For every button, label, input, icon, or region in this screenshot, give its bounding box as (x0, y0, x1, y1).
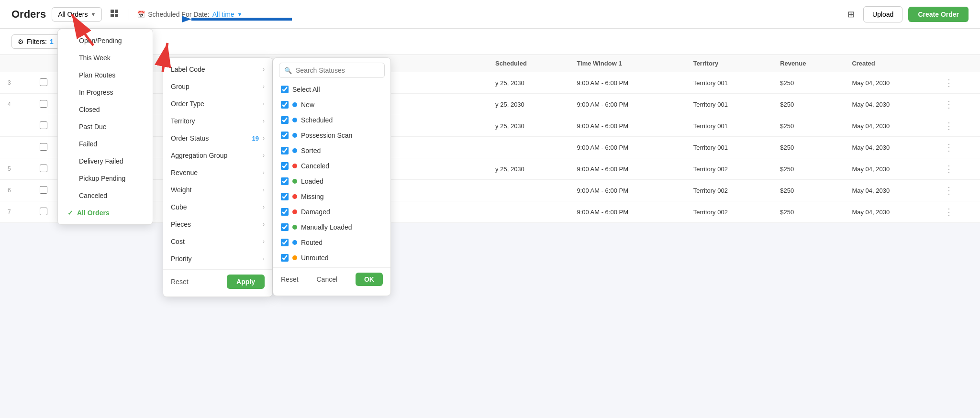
filter-item-territory[interactable]: Territory › (163, 112, 272, 130)
submenu-arrow-icon: › (263, 83, 265, 90)
scheduled-filter[interactable]: 📅 Scheduled For Date: All time ▼ (137, 11, 242, 18)
select-all-checkbox[interactable] (281, 86, 289, 93)
status-search-input[interactable] (296, 66, 379, 74)
filter-item-label-code[interactable]: Label Code › (163, 61, 272, 78)
select-all-item[interactable]: Select All (273, 82, 390, 97)
row-time-window: 9:00 AM - 6:00 PM (569, 201, 685, 223)
row-checkbox[interactable] (40, 208, 47, 215)
more-button[interactable]: ⋮ (944, 142, 954, 153)
dropdown-item-delivery-failed[interactable]: Delivery Failed (58, 153, 153, 170)
dropdown-item-past-due[interactable]: Past Due (58, 118, 153, 135)
row-more[interactable]: ⋮ (936, 180, 980, 201)
all-orders-button[interactable]: All Orders ▼ (52, 7, 102, 22)
status-color-dot (292, 194, 297, 199)
row-num (0, 137, 32, 158)
divider (129, 9, 129, 20)
filter-item-pieces[interactable]: Pieces › (163, 216, 272, 223)
more-button[interactable]: ⋮ (944, 185, 954, 196)
layout-icon[interactable]: ⊞ (845, 6, 858, 22)
status-label: New (301, 101, 314, 109)
status-color-dot (292, 179, 297, 184)
filter-label: Pieces (171, 220, 191, 223)
chevron-down-icon: ▼ (90, 11, 96, 17)
dropdown-item-failed[interactable]: Failed (58, 135, 153, 153)
filter-item-weight[interactable]: Weight › (163, 181, 272, 198)
more-button[interactable]: ⋮ (944, 163, 954, 175)
status-checkbox-canceled[interactable] (281, 162, 289, 170)
dropdown-item-in-progress[interactable]: In Progress (58, 84, 153, 101)
filter-item-group[interactable]: Group › (163, 78, 272, 95)
status-checkbox-sorted[interactable] (281, 147, 289, 154)
dropdown-item-pickup-pending[interactable]: Pickup Pending (58, 170, 153, 187)
row-checkbox[interactable] (40, 186, 47, 194)
status-item-possession-scan[interactable]: Possession Scan (273, 128, 390, 143)
dropdown-item-closed[interactable]: Closed (58, 101, 153, 118)
row-num: 4 (0, 94, 32, 115)
row-more[interactable]: ⋮ (936, 201, 980, 223)
row-num: 7 (0, 201, 32, 223)
row-checkbox[interactable] (40, 121, 47, 129)
row-checkbox[interactable] (40, 143, 47, 151)
row-more[interactable]: ⋮ (936, 72, 980, 94)
submenu-arrow-icon: › (263, 135, 265, 142)
row-scheduled: y 25, 2030 (488, 94, 569, 115)
row-num: 3 (0, 72, 32, 94)
row-more[interactable]: ⋮ (936, 94, 980, 115)
row-territory: Territory 002 (686, 201, 773, 223)
more-button[interactable]: ⋮ (944, 99, 954, 110)
status-color-dot (292, 102, 297, 107)
dropdown-item-open-pending[interactable]: Open/Pending (58, 32, 153, 49)
filter-item-revenue[interactable]: Revenue › (163, 164, 272, 181)
row-scheduled: y 25, 2030 (488, 158, 569, 180)
status-item-new[interactable]: New (273, 97, 390, 112)
row-more[interactable]: ⋮ (936, 137, 980, 158)
upload-button[interactable]: Upload (863, 6, 902, 22)
filter-label: Order Type (171, 100, 204, 108)
status-item-sorted[interactable]: Sorted (273, 143, 390, 158)
status-item-damaged[interactable]: Damaged (273, 204, 390, 220)
row-checkbox[interactable] (40, 165, 47, 172)
row-created: May 04, 2030 (844, 72, 936, 94)
status-checkbox-loaded[interactable] (281, 177, 289, 185)
dropdown-item-all-orders[interactable]: ✓All Orders (58, 204, 153, 221)
col-revenue: Revenue (772, 55, 844, 72)
status-item-missing[interactable]: Missing (273, 189, 390, 204)
row-revenue: $250 (772, 180, 844, 201)
top-bar-left: Orders All Orders ▼ 📅 Scheduled For Date… (11, 7, 242, 22)
row-checkbox[interactable] (40, 100, 47, 108)
dropdown-item-this-week[interactable]: This Week (58, 49, 153, 66)
grid-view-icon[interactable] (108, 7, 121, 22)
filter-item-cube[interactable]: Cube › (163, 198, 272, 216)
dropdown-item-canceled[interactable]: Canceled (58, 187, 153, 204)
more-button[interactable]: ⋮ (944, 206, 954, 218)
more-button[interactable]: ⋮ (944, 120, 954, 132)
row-more[interactable]: ⋮ (936, 158, 980, 180)
dropdown-item-plan-routes[interactable]: Plan Routes (58, 66, 153, 84)
filter-item-order-status[interactable]: Order Status 19 › (163, 130, 272, 147)
filter-badge: 19 (252, 135, 259, 142)
more-button[interactable]: ⋮ (944, 77, 954, 88)
row-checkbox[interactable] (40, 78, 47, 86)
status-item-loaded[interactable]: Loaded (273, 174, 390, 189)
filter-item-order-type[interactable]: Order Type › (163, 95, 272, 112)
status-search-container: 🔍 (279, 63, 385, 78)
status-checkbox-new[interactable] (281, 101, 289, 109)
status-checkbox-damaged[interactable] (281, 208, 289, 216)
top-bar-right: ⊞ Upload Create Order (845, 6, 969, 22)
create-order-button[interactable]: Create Order (908, 7, 969, 22)
filter-label: Revenue (171, 169, 198, 176)
top-bar: Orders All Orders ▼ 📅 Scheduled For Date… (0, 0, 980, 29)
status-item-manually-loaded[interactable]: Manually Loaded (273, 220, 390, 223)
status-checkbox-possession-scan[interactable] (281, 132, 289, 139)
row-revenue: $250 (772, 158, 844, 180)
submenu-arrow-icon: › (263, 221, 265, 223)
submenu-arrow-icon: › (263, 169, 265, 176)
status-item-canceled[interactable]: Canceled (273, 158, 390, 174)
status-checkbox-scheduled[interactable] (281, 116, 289, 124)
status-item-scheduled[interactable]: Scheduled (273, 112, 390, 128)
status-checkbox-missing[interactable] (281, 193, 289, 200)
row-created: May 04, 2030 (844, 94, 936, 115)
row-more[interactable]: ⋮ (936, 115, 980, 137)
filter-item-aggregation-group[interactable]: Aggregation Group › (163, 147, 272, 164)
row-revenue: $250 (772, 137, 844, 158)
